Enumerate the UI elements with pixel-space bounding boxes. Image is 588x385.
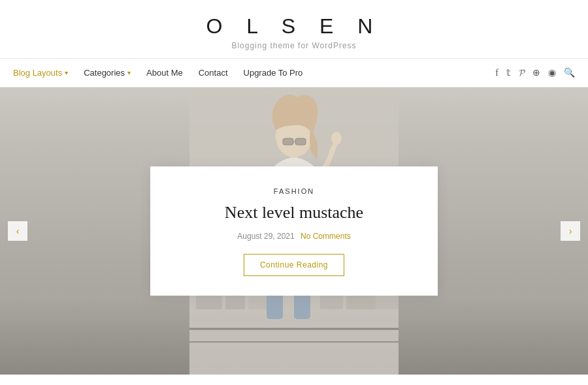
rss-icon[interactable]: ◉ (548, 67, 556, 78)
nav-item-categories[interactable]: Categories ▾ (84, 68, 131, 78)
svg-rect-8 (283, 138, 293, 145)
nav-item-upgrade[interactable]: Upgrade To Pro (244, 68, 303, 78)
nav-item-contact[interactable]: Contact (199, 68, 228, 78)
nav-left: Blog Layouts ▾ Categories ▾ About Me Con… (13, 68, 302, 78)
nav-right: f 𝕥 𝓟 ⊕ ◉ 🔍 (495, 67, 575, 78)
post-date: August 29, 2021 (237, 232, 294, 241)
continue-reading-button[interactable]: Continue Reading (244, 254, 344, 276)
post-category: Fashion (176, 187, 412, 195)
globe-icon[interactable]: ⊕ (532, 67, 540, 78)
facebook-icon[interactable]: f (495, 68, 498, 78)
chevron-down-icon: ▾ (127, 69, 131, 76)
pinterest-icon[interactable]: 𝓟 (519, 68, 525, 78)
nav-item-about-me[interactable]: About Me (146, 68, 183, 78)
nav-bar: Blog Layouts ▾ Categories ▾ About Me Con… (0, 59, 588, 87)
site-title: O L S E N (0, 14, 588, 38)
svg-point-12 (331, 132, 342, 145)
post-card: Fashion Next level mustache August 29, 2… (150, 166, 438, 296)
svg-rect-9 (295, 138, 306, 145)
twitter-icon[interactable]: 𝕥 (506, 67, 511, 78)
nav-item-blog-layouts[interactable]: Blog Layouts ▾ (13, 68, 68, 78)
slider-prev-button[interactable]: ‹ (8, 221, 27, 241)
post-comments: No Comments (301, 232, 351, 241)
chevron-down-icon: ▾ (65, 69, 68, 76)
site-tagline: Blogging theme for WordPress (0, 41, 588, 50)
post-title: Next level mustache (176, 202, 412, 224)
site-header: O L S E N Blogging theme for WordPress (0, 0, 588, 59)
search-icon[interactable]: 🔍 (564, 67, 575, 78)
hero-slider: ‹ › Fashion Next level mustache August 2… (0, 87, 588, 375)
post-meta: August 29, 2021 No Comments (176, 232, 412, 241)
slider-next-button[interactable]: › (561, 221, 580, 241)
